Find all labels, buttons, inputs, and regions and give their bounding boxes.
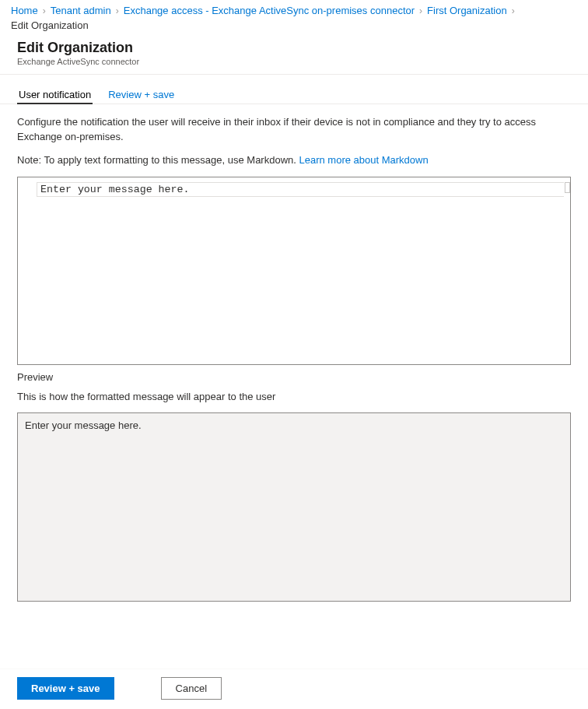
tab-review-save[interactable]: Review + save xyxy=(107,89,176,104)
message-editor[interactable]: Enter your message here. xyxy=(17,177,571,365)
message-editor-text[interactable]: Enter your message here. xyxy=(37,182,564,197)
page-header: Edit Organization Exchange ActiveSync co… xyxy=(0,35,588,75)
page-subtitle: Exchange ActiveSync connector xyxy=(17,57,577,66)
chevron-right-icon: › xyxy=(418,5,424,16)
preview-label: Preview xyxy=(17,371,571,383)
content-area: Configure the notification the user will… xyxy=(0,104,588,602)
tab-strip: User notification Review + save xyxy=(0,75,588,104)
markdown-learn-more-link[interactable]: Learn more about Markdown xyxy=(299,154,429,166)
breadcrumb-tenant-admin[interactable]: Tenant admin xyxy=(51,5,111,16)
note-text: Note: To apply text formatting to this m… xyxy=(17,154,571,166)
description-text: Configure the notification the user will… xyxy=(17,115,571,145)
note-prefix: Note: To apply text formatting to this m… xyxy=(17,154,299,166)
tab-user-notification[interactable]: User notification xyxy=(17,89,93,104)
cancel-button[interactable]: Cancel xyxy=(161,677,222,700)
footer-actions: Review + save Cancel xyxy=(0,669,588,709)
breadcrumb-current: Edit Organization xyxy=(11,19,89,31)
preview-box: Enter your message here. xyxy=(17,412,571,602)
breadcrumb-first-organization[interactable]: First Organization xyxy=(427,5,507,16)
preview-subtitle: This is how the formatted message will a… xyxy=(17,391,571,402)
breadcrumb-home[interactable]: Home xyxy=(11,5,38,16)
scrollbar-thumb[interactable] xyxy=(565,182,570,193)
preview-text: Enter your message here. xyxy=(25,419,142,431)
chevron-right-icon: › xyxy=(510,5,516,16)
breadcrumb-exchange-access[interactable]: Exchange access - Exchange ActiveSync on… xyxy=(124,5,415,16)
page-title: Edit Organization xyxy=(17,40,577,56)
breadcrumb: Home › Tenant admin › Exchange access - … xyxy=(0,0,588,35)
chevron-right-icon: › xyxy=(114,5,121,16)
chevron-right-icon: › xyxy=(41,5,47,16)
review-save-button[interactable]: Review + save xyxy=(17,677,114,700)
